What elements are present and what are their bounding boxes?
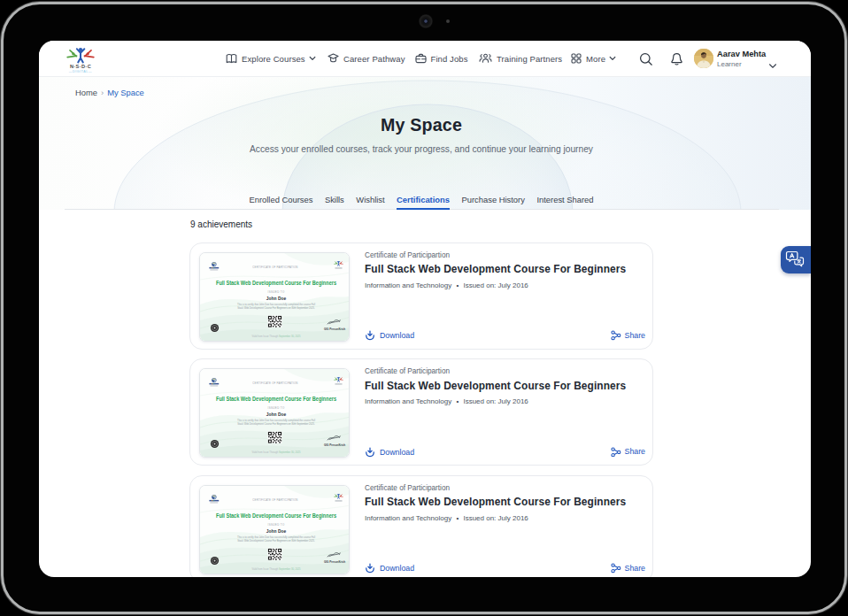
svg-text:N·S·D·C: N·S·D·C (70, 63, 91, 68)
svg-text:—DIGITAL—: —DIGITAL— (69, 69, 92, 73)
